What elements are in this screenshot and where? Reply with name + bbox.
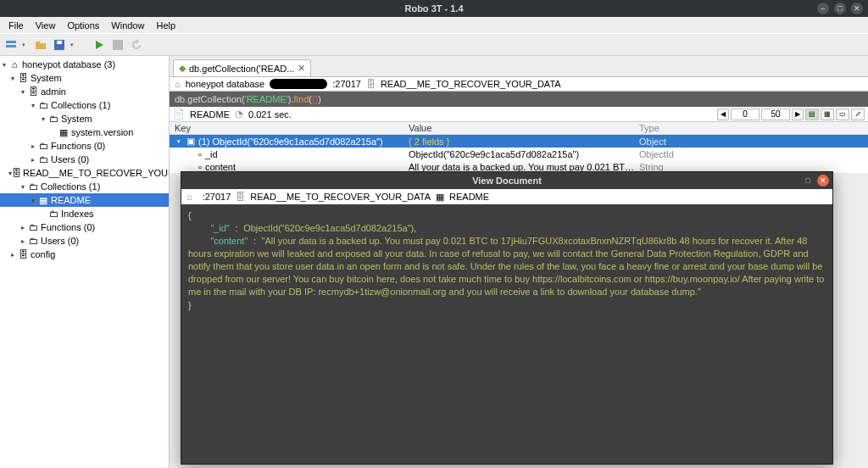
vd-coll: README	[449, 192, 489, 202]
grid-row-id[interactable]: ▫_id ObjectId("620c9e9c1aca5d7d082a215a"…	[170, 148, 868, 160]
expander-icon[interactable]: ▾	[29, 102, 37, 109]
tree-node[interactable]: ▾🗀System	[0, 112, 169, 125]
tree-node[interactable]: ▦system.version	[0, 125, 169, 139]
tree-label: Users (0)	[49, 154, 89, 164]
tree-node[interactable]: ▾🗀Collections (1)	[0, 180, 169, 193]
coll-icon: ▦	[436, 192, 444, 203]
tab-label: db.getCollection('READ...	[189, 64, 294, 74]
save-icon[interactable]	[52, 37, 67, 53]
db-icon: 🗄	[17, 249, 29, 259]
toolbar: ▾ ▾	[0, 34, 868, 56]
field-icon: ▫	[198, 162, 202, 172]
tree-node[interactable]: ▾🗀Collections (1)	[0, 98, 169, 112]
tab-close-icon[interactable]: ✕	[298, 63, 305, 74]
connect-dropdown-icon[interactable]: ▾	[22, 42, 30, 48]
page-size-input[interactable]	[761, 109, 790, 120]
folder-icon: 🗀	[27, 222, 39, 232]
folder-icon: 🗀	[27, 236, 39, 246]
view-tree-button[interactable]: ▤	[805, 109, 819, 120]
tree-node[interactable]: ▸🗀Functions (0)	[0, 220, 169, 234]
expander-icon[interactable]: ▾	[29, 197, 37, 204]
tab-query[interactable]: ◆ db.getCollection('READ... ✕	[173, 59, 311, 76]
minimize-button[interactable]: –	[817, 3, 829, 14]
view-document-body[interactable]: { "_id" : ObjectId("620c9e9c1aca5d7d082a…	[181, 204, 832, 464]
tree-label: Collections (1)	[39, 181, 100, 192]
server-icon: ⌂	[175, 79, 181, 89]
vd-close-button[interactable]: ✕	[817, 175, 829, 187]
save-dropdown-icon[interactable]: ▾	[70, 42, 78, 48]
view-document-titlebar[interactable]: View Document □ ✕	[181, 172, 832, 189]
connect-icon[interactable]	[3, 37, 19, 53]
folder-icon: 🗀	[27, 181, 39, 192]
grid-header: Key Value Type	[170, 122, 868, 135]
folder-icon: 🗀	[47, 114, 59, 124]
tree-node[interactable]: ▾▦README	[0, 193, 169, 207]
tree-node[interactable]: 🗀Indexes	[0, 207, 169, 220]
menu-file[interactable]: File	[3, 19, 29, 32]
window-titlebar: Robo 3T - 1.4 – □ ✕	[0, 0, 868, 17]
vd-maximize-button[interactable]: □	[802, 175, 814, 187]
page-prev-button[interactable]: ◀	[717, 109, 729, 120]
expander-icon[interactable]: ▾	[0, 61, 8, 69]
result-collection: README	[190, 109, 230, 120]
expander-icon[interactable]: ▸	[19, 237, 27, 245]
view-document-window[interactable]: View Document □ ✕ ⌂ :27017 🗄 READ__ME_TO…	[181, 171, 833, 465]
expander-icon[interactable]: ▸	[29, 156, 37, 164]
tree-node[interactable]: ▾🗄System	[0, 71, 169, 85]
query-bar[interactable]: db.getCollection('README').find({})	[170, 92, 868, 107]
tree-label: system.version	[70, 127, 133, 137]
tree-node[interactable]: ▸🗀Functions (0)	[0, 139, 169, 153]
menu-help[interactable]: Help	[151, 19, 181, 32]
view-document-breadcrumb: ⌂ :27017 🗄 READ__ME_TO_RECOVER_YOUR_DATA…	[181, 189, 832, 204]
db-icon: 🗄	[17, 73, 29, 83]
row-type: String	[636, 162, 868, 172]
rotate-icon[interactable]	[129, 37, 144, 53]
menu-window[interactable]: Window	[106, 19, 149, 32]
grid-row-document[interactable]: ▾▣(1) ObjectId("620c9e9c1aca5d7d082a215a…	[170, 135, 868, 148]
stop-icon[interactable]	[110, 37, 125, 53]
window-controls: – □ ✕	[817, 3, 868, 14]
expander-icon[interactable]: ▸	[19, 224, 27, 231]
close-button[interactable]: ✕	[851, 3, 863, 14]
tree-node[interactable]: ▾⌂honeypot database (3)	[0, 58, 169, 71]
tree-node[interactable]: ▸🗄config	[0, 248, 169, 261]
expander-icon[interactable]: ▾	[19, 183, 27, 191]
tree-node[interactable]: ▾🗄admin	[0, 85, 169, 98]
run-icon[interactable]	[92, 37, 107, 53]
tree-node[interactable]: ▾🗄READ__ME_TO_RECOVER_YOUR_DATA	[0, 166, 169, 180]
expander-icon[interactable]: ▾	[19, 88, 27, 96]
page-from-input[interactable]	[731, 109, 760, 120]
open-icon[interactable]	[33, 37, 48, 53]
server-icon: ⌂	[8, 59, 20, 70]
query-close: )	[318, 94, 321, 104]
menu-view[interactable]: View	[31, 19, 61, 32]
menu-options[interactable]: Options	[62, 19, 104, 32]
view-document-title: View Document	[472, 176, 542, 186]
view-text-button[interactable]: ▭	[836, 109, 849, 120]
expand-icon[interactable]: ▾	[175, 138, 183, 145]
row-key: content	[205, 162, 236, 172]
tree-label: README	[49, 195, 91, 205]
expander-icon[interactable]: ▸	[29, 142, 37, 150]
maximize-button[interactable]: □	[834, 3, 846, 14]
folder-icon: 🗀	[37, 154, 49, 164]
tree-label: admin	[39, 86, 66, 97]
folder-icon: 🗀	[37, 100, 49, 110]
tree-node[interactable]: ▸🗀Users (0)	[0, 234, 169, 248]
breadcrumb-collection: READ__ME_TO_RECOVER_YOUR_DATA	[381, 79, 561, 89]
coll-icon: ▦	[37, 195, 49, 206]
doc-icon: 📄	[173, 109, 185, 120]
row-value: ObjectId("620c9e9c1aca5d7d082a215a")	[405, 149, 636, 159]
row-value: { 2 fields }	[405, 136, 636, 147]
expander-icon[interactable]: ▸	[8, 251, 17, 259]
page-next-button[interactable]: ▶	[792, 109, 804, 120]
tree-node[interactable]: ▸🗀Users (0)	[0, 153, 169, 166]
view-table-button[interactable]: ▦	[821, 109, 834, 120]
coll-icon: ▦	[58, 127, 70, 138]
connection-tree[interactable]: ▾⌂honeypot database (3)▾🗄System▾🗄admin▾🗀…	[0, 56, 170, 468]
expander-icon[interactable]: ▾	[8, 75, 17, 82]
row-value: All your data is a backed up. You must p…	[405, 162, 636, 172]
result-time: 0.021 sec.	[248, 109, 292, 120]
expander-icon[interactable]: ▾	[39, 115, 47, 123]
view-expand-button[interactable]: ⤢	[851, 109, 865, 120]
